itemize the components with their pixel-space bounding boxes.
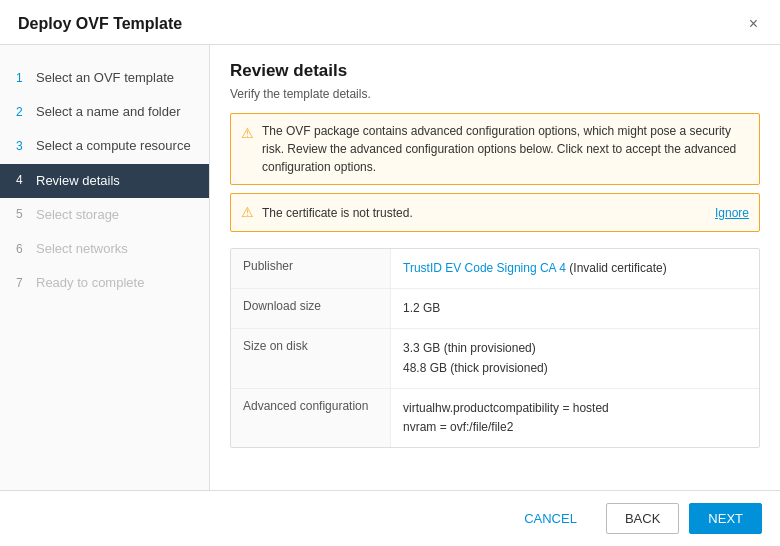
value-publisher: TrustID EV Code Signing CA 4 (Invalid ce…	[391, 249, 759, 288]
label-advanced-config: Advanced configuration	[231, 389, 391, 447]
warning-text-1: The OVF package contains advanced config…	[262, 122, 749, 176]
back-button[interactable]: BACK	[606, 503, 679, 534]
sidebar-item-1: 1 Select an OVF template	[0, 61, 209, 95]
step-num-1: 1	[16, 70, 30, 87]
sidebar-item-7: 7 Ready to complete	[0, 266, 209, 300]
sidebar-item-4: 4 Review details	[0, 164, 209, 198]
publisher-link[interactable]: TrustID EV Code Signing CA 4	[403, 261, 566, 275]
sidebar-label-1: Select an OVF template	[36, 69, 174, 87]
value-size-on-disk: 3.3 GB (thin provisioned)48.8 GB (thick …	[391, 329, 759, 387]
page-subtitle: Verify the template details.	[230, 87, 760, 101]
label-download-size: Download size	[231, 289, 391, 328]
dialog-title: Deploy OVF Template	[18, 15, 182, 33]
sidebar-item-6: 6 Select networks	[0, 232, 209, 266]
table-row-download-size: Download size 1.2 GB	[231, 289, 759, 329]
warning-icon-1: ⚠	[241, 123, 254, 144]
table-row-size-on-disk: Size on disk 3.3 GB (thin provisioned)48…	[231, 329, 759, 388]
dialog-header: Deploy OVF Template ×	[0, 0, 780, 45]
warning-banner-2: ⚠ The certificate is not trusted. Ignore	[230, 193, 760, 232]
page-title: Review details	[230, 61, 760, 81]
sidebar-item-2: 2 Select a name and folder	[0, 95, 209, 129]
next-button[interactable]: NEXT	[689, 503, 762, 534]
value-advanced-config: virtualhw.productcompatibility = hostedn…	[391, 389, 759, 447]
value-download-size: 1.2 GB	[391, 289, 759, 328]
label-size-on-disk: Size on disk	[231, 329, 391, 387]
table-row-publisher: Publisher TrustID EV Code Signing CA 4 (…	[231, 249, 759, 289]
details-table: Publisher TrustID EV Code Signing CA 4 (…	[230, 248, 760, 448]
dialog-footer: CANCEL BACK NEXT	[0, 490, 780, 546]
publisher-suffix: (Invalid certificate)	[566, 261, 667, 275]
main-content: Review details Verify the template detai…	[210, 45, 780, 490]
warning-icon-2: ⚠	[241, 202, 254, 223]
sidebar-item-5: 5 Select storage	[0, 198, 209, 232]
close-button[interactable]: ×	[745, 14, 762, 34]
sidebar-label-5: Select storage	[36, 206, 119, 224]
warning-text-2: The certificate is not trusted.	[262, 204, 413, 222]
step-num-6: 6	[16, 241, 30, 258]
sidebar-label-7: Ready to complete	[36, 274, 144, 292]
ignore-link[interactable]: Ignore	[715, 204, 749, 222]
sidebar-label-3: Select a compute resource	[36, 137, 191, 155]
label-publisher: Publisher	[231, 249, 391, 288]
step-num-5: 5	[16, 206, 30, 223]
sidebar-label-6: Select networks	[36, 240, 128, 258]
step-num-4: 4	[16, 172, 30, 189]
sidebar: 1 Select an OVF template 2 Select a name…	[0, 45, 210, 490]
sidebar-item-3: 3 Select a compute resource	[0, 129, 209, 163]
dialog-body: 1 Select an OVF template 2 Select a name…	[0, 45, 780, 490]
sidebar-label-4: Review details	[36, 172, 120, 190]
step-num-7: 7	[16, 275, 30, 292]
sidebar-label-2: Select a name and folder	[36, 103, 181, 121]
table-row-advanced-config: Advanced configuration virtualhw.product…	[231, 389, 759, 447]
warning-banner-1: ⚠ The OVF package contains advanced conf…	[230, 113, 760, 185]
step-num-2: 2	[16, 104, 30, 121]
deploy-ovf-dialog: Deploy OVF Template × 1 Select an OVF te…	[0, 0, 780, 546]
cancel-button[interactable]: CANCEL	[505, 503, 596, 534]
step-num-3: 3	[16, 138, 30, 155]
